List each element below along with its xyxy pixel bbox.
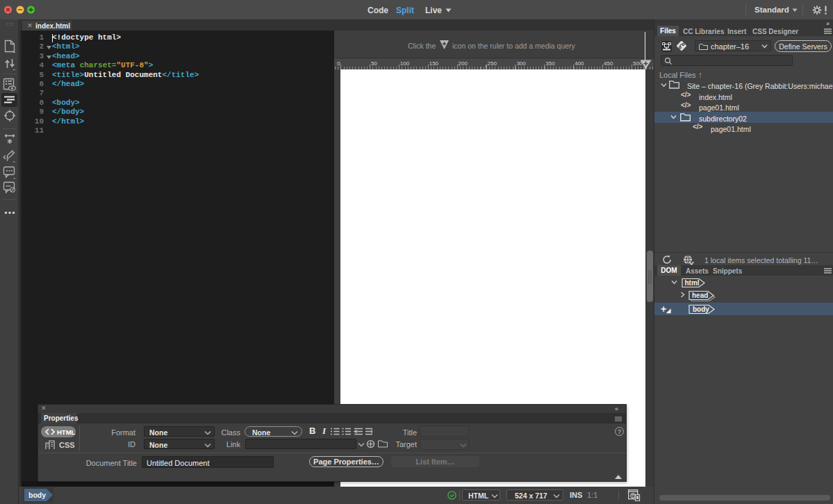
svg-text:head: head [692,292,708,299]
svg-text:html: html [685,279,700,287]
svg-text:body: body [693,305,709,313]
